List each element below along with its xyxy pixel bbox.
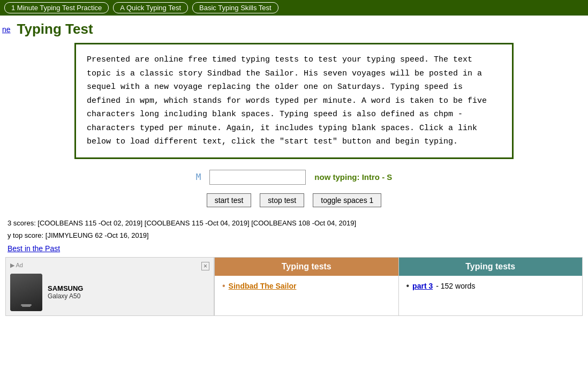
ad-phone-image [10, 274, 42, 311]
back-link[interactable]: ne [2, 25, 11, 34]
ad-label-text: Ad [16, 262, 22, 268]
stop-test-button[interactable]: stop test [260, 193, 304, 207]
ad-model: Galaxy A50 [48, 292, 83, 300]
typing-tests-panel-1: Typing tests • Sindbad The Sailor [214, 257, 399, 316]
score-line-1: 3 scores: [COOLBEANS 115 -Oct 02, 2019] … [7, 218, 581, 229]
typing-row: M now typing: Intro - S [5, 170, 583, 185]
nav-1min-link[interactable]: 1 Minute Typing Test Practice [4, 2, 109, 13]
ad-top-row: ▶ Ad × [10, 262, 209, 270]
main-content: Presented are online free timed typing t… [0, 43, 588, 316]
panel2-item-1: • part 3 - 152 words [406, 281, 575, 291]
typing-input[interactable] [209, 170, 306, 185]
toggle-spaces-button[interactable]: toggle spaces 1 [313, 193, 381, 207]
cursor-label: M [196, 172, 201, 182]
ad-brand: SAMSUNG [48, 284, 83, 292]
best-in-past-link[interactable]: Best in the Past [7, 244, 60, 253]
nav-basic-link[interactable]: Basic Typing Skills Test [192, 2, 278, 13]
panel2-header: Typing tests [399, 258, 583, 276]
nav-quick-link[interactable]: A Quick Typing Test [113, 2, 188, 13]
description-text: Presented are online free timed typing t… [87, 53, 501, 149]
ad-close-button[interactable]: × [201, 262, 209, 270]
panel1-body: • Sindbad The Sailor [215, 276, 398, 298]
page-header: ne Typing Test [0, 16, 588, 43]
panel1-item-1: • Sindbad The Sailor [222, 281, 391, 291]
scores-section: 3 scores: [COOLBEANS 115 -Oct 02, 2019] … [5, 218, 583, 253]
panel1-item-link[interactable]: Sindbad The Sailor [229, 282, 297, 290]
ad-label: ▶ Ad [10, 262, 23, 269]
ad-text-block: SAMSUNG Galaxy A50 [48, 284, 83, 300]
top-navigation: 1 Minute Typing Test Practice A Quick Ty… [0, 0, 588, 16]
start-test-button[interactable]: start test [207, 193, 252, 207]
ad-content: SAMSUNG Galaxy A50 [10, 274, 209, 311]
ad-panel: ▶ Ad × SAMSUNG Galaxy A50 [5, 257, 214, 316]
ad-text-label: ▶ [10, 262, 14, 268]
buttons-row: start test stop test toggle spaces 1 [5, 193, 583, 207]
panel1-bullet: • [222, 281, 225, 291]
panel2-item-link[interactable]: part 3 [412, 282, 433, 290]
panel1-header: Typing tests [215, 258, 398, 276]
panel2-item-text: - 152 words [436, 282, 475, 290]
panel2-body: • part 3 - 152 words [399, 276, 583, 298]
score-line-2: y top score: [JIMMYLEUNG 62 -Oct 16, 201… [7, 230, 581, 241]
panel2-bullet: • [406, 281, 410, 291]
description-box: Presented are online free timed typing t… [74, 43, 514, 159]
typing-tests-panel-2: Typing tests • part 3 - 152 words [399, 257, 583, 316]
bottom-panels: ▶ Ad × SAMSUNG Galaxy A50 Typing tests [5, 257, 583, 316]
now-typing-label: now typing: Intro - S [314, 172, 392, 182]
page-title: Typing Test [17, 21, 93, 37]
